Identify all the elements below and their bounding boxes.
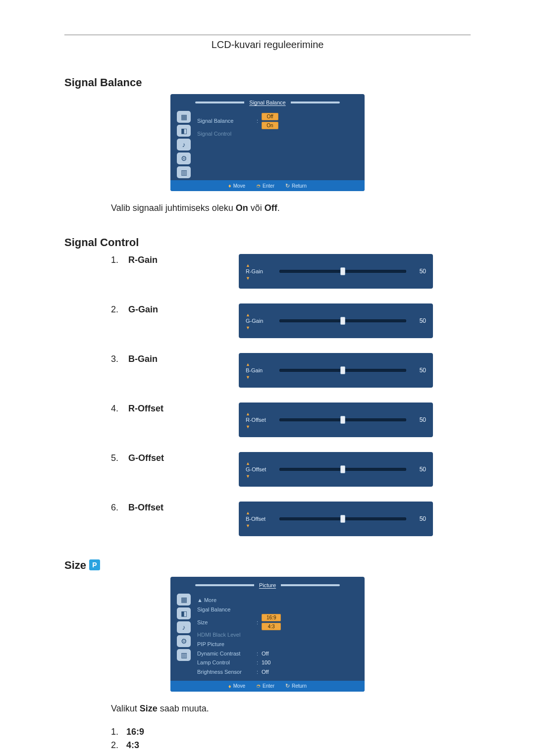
slider-thumb[interactable]	[340, 416, 345, 424]
image-icon[interactable]: ▦	[177, 111, 191, 123]
slider-panel-r-offset: ▲R-Offset▼ 50	[239, 403, 433, 437]
image-icon[interactable]: ▦	[177, 594, 191, 605]
list-item: 1. 16:9	[111, 727, 471, 737]
list-item: 3. B-Gain ▲B-Gain▼ 50	[64, 353, 471, 388]
slider-label: ▲R-Offset▼	[246, 410, 273, 429]
slider-value: 50	[412, 367, 426, 374]
list-item-label: 2. G-Gain	[64, 303, 239, 315]
osd-titlebar: Signal Balance	[195, 98, 340, 107]
footer-enter: ➮Enter	[256, 683, 274, 689]
up-icon: ▲	[246, 362, 250, 367]
osd-row-size[interactable]: Size : 16:9 4:3	[197, 614, 358, 630]
slider-track[interactable]	[279, 517, 406, 520]
return-icon: ↻	[285, 183, 290, 189]
list-item: 2. 4:3	[111, 740, 471, 751]
osd-row-signal-balance[interactable]: Signal Balance : Off On	[197, 113, 358, 129]
list-item-label: 3. B-Gain	[64, 353, 239, 364]
list-item: 1. R-Gain ▲R-Gain▼ 50	[64, 254, 471, 289]
osd-signal-balance-wrapper: Signal Balance ▦ ◧ ♪ ⚙ ▥ Signal Balance …	[64, 94, 471, 191]
settings-icon[interactable]: ⚙	[177, 635, 191, 647]
list-item-label: 1. R-Gain	[64, 254, 239, 265]
slider-track[interactable]	[279, 319, 406, 322]
list-item: 6. B-Offset ▲B-Offset▼ 50	[64, 502, 471, 536]
slider-thumb[interactable]	[340, 465, 345, 473]
slider-panel-b-gain: ▲B-Gain▼ 50	[239, 353, 433, 388]
multi-icon[interactable]: ▥	[177, 649, 191, 661]
osd-icon-column: ▦ ◧ ♪ ⚙ ▥	[175, 594, 192, 679]
slider-panel-g-offset: ▲G-Offset▼ 50	[239, 452, 433, 487]
osd-title-label: Picture	[254, 582, 281, 588]
audio-icon[interactable]: ♪	[177, 139, 191, 151]
slider-value: 50	[412, 317, 426, 324]
osd-footer: ♦Move ➮Enter ↻Return	[170, 681, 365, 692]
slider-thumb[interactable]	[340, 366, 345, 374]
slider-thumb[interactable]	[340, 267, 345, 275]
slider-track[interactable]	[279, 418, 406, 421]
updown-icon: ♦	[228, 183, 231, 189]
settings-icon[interactable]: ⚙	[177, 152, 191, 164]
list-item: 5. G-Offset ▲G-Offset▼ 50	[64, 452, 471, 487]
osd-row-lamp-control[interactable]: Lamp Control:100	[197, 658, 358, 667]
osd-row-pip-picture[interactable]: PIP Picture	[197, 640, 358, 649]
slider-track[interactable]	[279, 468, 406, 471]
enter-icon: ➮	[256, 683, 261, 689]
up-icon: ▲	[246, 411, 250, 416]
option-on-chip[interactable]: On	[262, 122, 278, 129]
slider-panel-r-gain: ▲R-Gain▼ 50	[239, 254, 433, 289]
down-icon: ▼	[246, 424, 250, 429]
slider-label: ▲G-Offset▼	[246, 460, 273, 479]
slider-value: 50	[412, 268, 426, 275]
audio-icon[interactable]: ♪	[177, 621, 191, 633]
footer-return: ↻Return	[285, 183, 307, 189]
list-item: 2. G-Gain ▲G-Gain▼ 50	[64, 303, 471, 338]
picture-icon[interactable]: ◧	[177, 125, 191, 137]
section-title-signal-balance: Signal Balance	[64, 76, 471, 89]
slider-value: 50	[412, 515, 426, 522]
slider-track[interactable]	[279, 369, 406, 372]
p-badge-icon: P	[89, 559, 100, 570]
down-icon: ▼	[246, 523, 250, 528]
osd-row-hdmi-black[interactable]: HDMI Black Level	[197, 630, 358, 640]
up-icon: ▲	[246, 510, 250, 515]
slider-label: ▲R-Gain▼	[246, 262, 273, 281]
osd-row-options: 16:9 4:3	[262, 614, 281, 630]
down-icon: ▼	[246, 325, 250, 330]
up-icon: ▲	[246, 263, 250, 268]
osd-row-sigal-balance[interactable]: Sigal Balance	[197, 605, 358, 614]
option-off-chip[interactable]: Off	[262, 113, 278, 120]
footer-move: ♦Move	[228, 183, 245, 189]
down-icon: ▼	[246, 474, 250, 479]
slider-value: 50	[412, 466, 426, 473]
enter-icon: ➮	[256, 183, 261, 189]
list-item: 4. R-Offset ▲R-Offset▼ 50	[64, 403, 471, 437]
slider-track[interactable]	[279, 270, 406, 273]
option-169-chip[interactable]: 16:9	[262, 614, 281, 621]
osd-picture-wrapper: Picture ▦ ◧ ♪ ⚙ ▥ ▲ More Sigal Balance S…	[64, 577, 471, 692]
section-title-text: Size	[64, 559, 86, 572]
return-icon: ↻	[285, 683, 290, 689]
osd-row-brightness-sensor[interactable]: Brightness Sensor:Off	[197, 667, 358, 677]
osd-row-key: Signal Balance	[197, 116, 257, 126]
document-page: LCD-kuvari reguleerimine Signal Balance …	[0, 0, 535, 756]
section-title-signal-control: Signal Control	[64, 236, 471, 249]
slider-thumb[interactable]	[340, 515, 345, 523]
osd-footer: ♦Move ➮Enter ↻Return	[170, 180, 365, 191]
osd-row-dynamic-contrast[interactable]: Dynamic Contrast:Off	[197, 649, 358, 658]
list-item-label: 4. R-Offset	[64, 403, 239, 414]
picture-icon[interactable]: ◧	[177, 607, 191, 619]
signal-balance-description: Valib signaali juhtimiseks oleku On või …	[111, 203, 471, 213]
osd-row-more[interactable]: ▲ More	[197, 596, 358, 605]
osd-row-signal-control[interactable]: Signal Control	[197, 129, 358, 139]
down-icon: ▼	[246, 375, 250, 380]
footer-move: ♦Move	[228, 683, 245, 689]
option-43-chip[interactable]: 4:3	[262, 623, 281, 630]
slider-panel-b-offset: ▲B-Offset▼ 50	[239, 502, 433, 536]
up-icon: ▲	[246, 312, 250, 317]
section-title-size: Size P	[64, 559, 471, 572]
osd-row-sep: :	[257, 116, 262, 126]
updown-icon: ♦	[228, 683, 231, 689]
slider-thumb[interactable]	[340, 317, 345, 325]
up-icon: ▲	[246, 461, 250, 466]
multi-icon[interactable]: ▥	[177, 166, 191, 178]
size-options-list: 1. 16:9 2. 4:3	[111, 727, 471, 751]
